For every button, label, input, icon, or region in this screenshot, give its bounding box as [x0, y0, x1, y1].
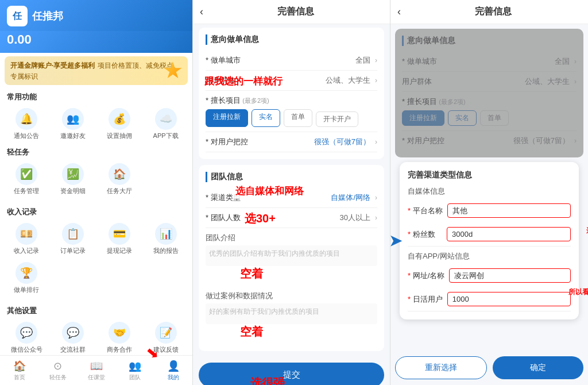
fans-input[interactable]: [447, 227, 571, 241]
app-header: 任 任推邦: [0, 0, 192, 31]
common-icons-grid: 🔔 通知公告 👥 邀邀好友 💰 设置抽佣 ☁️ APP下载: [0, 105, 192, 144]
notice-icon: 🔔: [16, 108, 37, 130]
team-intro-label: 团队介绍: [206, 233, 377, 243]
gold-banner-title: 开通金牌账户·享受超多福利: [10, 61, 95, 70]
nav-app-download[interactable]: ☁️ APP下载: [144, 105, 188, 144]
website-input[interactable]: [449, 268, 571, 283]
channel-value: 自媒体/网络: [252, 192, 370, 203]
app-name: 任推邦: [32, 9, 63, 23]
note-write-anything: 所以看着随便写: [568, 287, 588, 297]
task-hall-icon: 🏠: [109, 163, 130, 185]
dau-input[interactable]: [447, 292, 571, 306]
nav-rank[interactable]: 🏆 做单排行: [5, 259, 49, 298]
income-icon: 💴: [16, 223, 37, 245]
nav-income[interactable]: 💴 收入记录: [5, 220, 49, 259]
nav-report[interactable]: 📊 我的报告: [144, 220, 188, 259]
skill-tags: 注册拉新 实名 首单 开卡开户: [206, 109, 358, 127]
reselect-button[interactable]: 重新选择: [395, 356, 487, 379]
nav-task-mgmt[interactable]: ✅ 任务管理: [5, 160, 49, 199]
platform-row: * 平台名称: [408, 199, 571, 222]
nav-fund-detail[interactable]: 💹 资金明细: [51, 160, 95, 199]
team-intro-section: 团队介绍 优秀的团队介绍有助于我们内推优质的项目 空着: [206, 228, 377, 286]
task-mgmt-icon: ✅: [16, 163, 37, 185]
task-mgmt-label: 任务管理: [14, 187, 39, 195]
fans-row: * 粉丝数: [408, 222, 571, 247]
gold-banner[interactable]: 开通金牌账户·享受超多福利 项目价格置顶、减免税点、专属标识: [5, 56, 188, 85]
tag-realname[interactable]: 实名: [252, 109, 280, 127]
nav-light-task[interactable]: ⊙ 轻任务: [38, 360, 77, 382]
feedback-icon: 📝: [155, 322, 177, 344]
light-task-nav-icon: ⊙: [53, 360, 62, 372]
channel-arrow: [373, 194, 377, 202]
task-hall-label: 任务大厅: [107, 187, 132, 195]
dau-row: * 日活用户: [408, 287, 571, 311]
home-label: 首页: [14, 374, 25, 382]
fund-detail-label: 资金明细: [60, 187, 86, 195]
invite-label: 邀邀好友: [60, 132, 86, 140]
other-grid-row1: 💬 微信公众号 💬 交流社群 🤝 商务合作 📝 建议反馈: [0, 318, 192, 357]
notice-label: 通知公告: [14, 132, 39, 140]
nav-mine[interactable]: 👤 我的: [154, 360, 192, 382]
nav-task-hall[interactable]: 🏠 任务大厅: [98, 160, 142, 199]
middle-content: 意向做单信息 * 做单城市 全国 用户群体 公域、大学生 * 擅长项目 (最多2…: [193, 24, 390, 385]
confirm-button[interactable]: 确定: [493, 356, 583, 379]
gold-banner-content: 开通金牌账户·享受超多福利 项目价格置顶、减免税点、专属标识: [10, 60, 182, 82]
tag-register[interactable]: 注册拉新: [206, 109, 248, 127]
community-label: 交流社群: [60, 345, 86, 354]
tag-first-order[interactable]: 首单: [284, 109, 312, 127]
user-group-row[interactable]: 用户群体 公域、大学生: [206, 71, 377, 91]
other-section-title: 其他设置: [0, 302, 192, 318]
wechat-icon: 💬: [16, 322, 37, 344]
website-label: * 网址/名称: [408, 271, 444, 281]
popup-bottom-buttons: 重新选择 确定: [390, 351, 588, 385]
mine-label: 我的: [168, 374, 179, 382]
channel-row[interactable]: * 渠道类型 自媒体/网络: [206, 188, 377, 208]
blue-arrow-icon: ➤: [390, 232, 402, 250]
submit-button[interactable]: 提交: [199, 363, 384, 385]
user-control-value: 很强（可做7留）: [252, 137, 370, 147]
user-control-row[interactable]: * 对用户把控 很强（可做7留）: [206, 132, 377, 152]
city-row[interactable]: * 做单城市 全国: [206, 51, 377, 71]
middle-back-button[interactable]: ‹: [200, 6, 203, 18]
right-back-button[interactable]: ‹: [397, 6, 401, 18]
user-group-value: 公域、大学生: [252, 75, 370, 86]
left-panel: 任 任推邦 0.00 开通金牌账户·享受超多福利 项目价格置顶、减免税点、专属标…: [0, 0, 192, 385]
platform-label: * 平台名称: [408, 206, 443, 216]
team-intro-placeholder: 优秀的团队介绍有助于我们内推优质的项目: [206, 245, 377, 266]
city-arrow: [373, 56, 377, 64]
team-count-row[interactable]: * 团队人数 30人以上: [206, 208, 377, 228]
nav-community[interactable]: 💬 交流社群: [51, 318, 95, 357]
report-icon: 📊: [155, 223, 177, 245]
dau-wrapper: * 日活用户 所以看着随便写: [408, 287, 571, 311]
annotation-empty2: 空着: [240, 324, 390, 340]
nav-home[interactable]: 🏠 首页: [0, 360, 38, 382]
tag-open-account[interactable]: 开卡开户: [316, 111, 358, 127]
nav-commission[interactable]: 💰 设置抽佣: [98, 105, 142, 144]
website-row: * 网址/名称: [408, 264, 571, 287]
middle-panel: ‹ 完善信息 跟我选的一样就行 意向做单信息 * 做单城市 全国 用户群体 公域…: [192, 0, 390, 385]
right-main-content: 意向做单信息 * 做单城市 全国 用户群体 公域、大学生 * 擅长项目 (最多2…: [390, 24, 588, 351]
team-section-title: 团队信息: [206, 172, 377, 182]
fund-detail-icon: 💹: [62, 163, 84, 185]
platform-input[interactable]: [447, 203, 571, 218]
download-icon: ☁️: [155, 108, 177, 130]
dau-label: * 日活用户: [408, 294, 443, 305]
user-group-arrow: [373, 76, 377, 84]
nav-classroom[interactable]: 📖 任课堂: [77, 360, 115, 382]
invite-icon: 👥: [62, 108, 84, 130]
right-panel: ‹ 完善信息 意向做单信息 * 做单城市 全国 用户群体 公域、大学生 * 擅长…: [390, 0, 588, 385]
nav-biz-coop[interactable]: 🤝 商务合作: [98, 318, 142, 357]
case-placeholder: 好的案例有助于我们内推优质的项目: [206, 303, 377, 324]
user-control-arrow: [373, 138, 377, 146]
nav-order[interactable]: 📋 订单记录: [51, 220, 95, 259]
nav-invite[interactable]: 👥 邀邀好友: [51, 105, 95, 144]
nav-notice[interactable]: 🔔 通知公告: [5, 105, 49, 144]
popup-title: 完善渠道类型信息: [408, 170, 571, 180]
right-dimmed-area: 意向做单信息 * 做单城市 全国 用户群体 公域、大学生 * 擅长项目 (最多2…: [395, 29, 583, 157]
nav-feedback[interactable]: 📝 建议反馈: [144, 318, 188, 357]
balance-bar: 0.00: [0, 31, 192, 53]
nav-wechat-public[interactable]: 💬 微信公众号: [5, 318, 49, 357]
rank-icon: 🏆: [16, 262, 37, 284]
nav-team[interactable]: 👥 团队: [115, 360, 154, 382]
nav-withdraw[interactable]: 💳 提现记录: [98, 220, 142, 259]
